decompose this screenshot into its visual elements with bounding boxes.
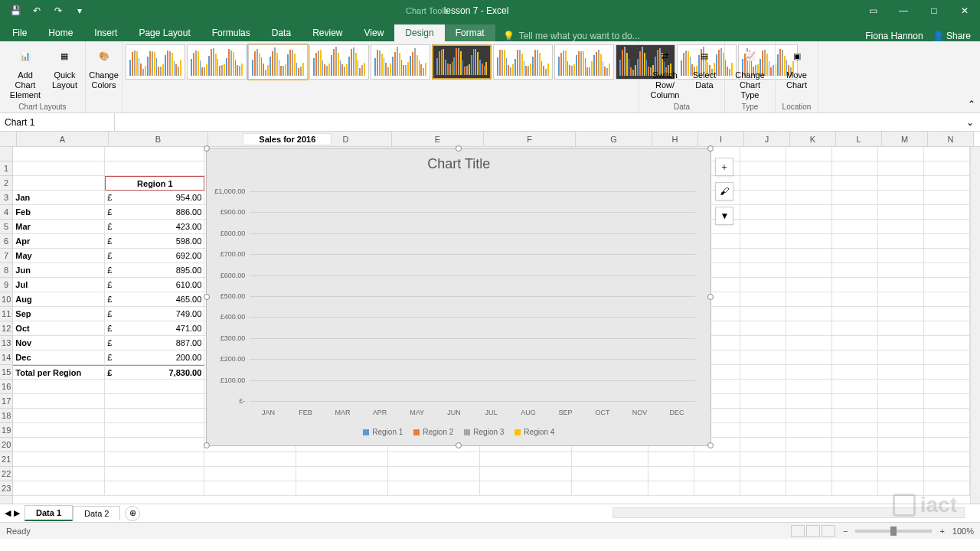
row-header-16[interactable]: 16 (0, 380, 12, 394)
tab-formulas[interactable]: Formulas (201, 24, 261, 41)
row-header-2[interactable]: 2 (0, 176, 12, 191)
select-all-corner[interactable] (0, 132, 17, 146)
view-page-break-button[interactable] (822, 525, 835, 537)
sheet-nav-prev-icon[interactable]: ◀ (5, 508, 11, 518)
chart-style-6[interactable] (432, 44, 492, 80)
row-header-1[interactable]: 1 (0, 161, 12, 176)
col-header-K[interactable]: K (790, 132, 836, 146)
undo-icon[interactable]: ↶ (28, 2, 46, 19)
chart-style-4[interactable] (309, 44, 369, 80)
user-name[interactable]: Fiona Hannon (865, 31, 923, 41)
col-header-A[interactable]: A (17, 132, 109, 146)
chart-filters-button[interactable]: ▼ (715, 207, 733, 225)
row-header-5[interactable]: 5 (0, 220, 12, 234)
close-icon[interactable]: ✕ (949, 0, 980, 21)
row-header-8[interactable]: 8 (0, 263, 12, 278)
chart-style-1[interactable] (126, 44, 185, 80)
row-header-18[interactable]: 18 (0, 409, 12, 423)
expand-formula-bar-icon[interactable]: ⌄ (960, 117, 980, 128)
tab-page-layout[interactable]: Page Layout (128, 24, 201, 41)
watermark: iact (893, 493, 957, 517)
sheet-tab-data1[interactable]: Data 1 (24, 505, 73, 521)
save-icon[interactable]: 💾 (6, 2, 24, 19)
zoom-in-button[interactable]: + (939, 527, 944, 536)
ribbon-display-icon[interactable]: ▭ (858, 0, 888, 21)
row-header-[interactable] (0, 147, 12, 161)
share-button[interactable]: 👤 Share (933, 31, 971, 41)
row-header-23[interactable]: 23 (0, 481, 12, 496)
col-header-N[interactable]: N (928, 132, 974, 146)
tab-home[interactable]: Home (38, 24, 83, 41)
maximize-icon[interactable]: □ (919, 0, 949, 21)
col-header-H[interactable]: H (652, 132, 698, 146)
row-header-21[interactable]: 21 (0, 452, 12, 467)
chart-style-2[interactable] (187, 44, 247, 80)
view-normal-button[interactable] (791, 525, 805, 537)
tab-format[interactable]: Format (445, 24, 495, 41)
col-header-L[interactable]: L (836, 132, 882, 146)
tab-view[interactable]: View (354, 24, 395, 41)
qat-dropdown-icon[interactable]: ▾ (70, 2, 89, 19)
zoom-slider[interactable] (855, 530, 932, 533)
col-header-F[interactable]: F (484, 132, 576, 146)
row-header-9[interactable]: 9 (0, 278, 12, 292)
col-header-I[interactable]: I (698, 132, 744, 146)
name-box[interactable]: Chart 1 (0, 113, 115, 131)
col-header-J[interactable]: J (744, 132, 790, 146)
row-header-17[interactable]: 17 (0, 394, 12, 409)
embedded-chart[interactable]: Chart Title £-£100.00£200.00£300.00£400.… (206, 148, 711, 446)
quick-layout-icon: ▦ (52, 44, 77, 69)
col-header-E[interactable]: E (392, 132, 484, 146)
view-page-layout-button[interactable] (806, 525, 820, 537)
tab-insert[interactable]: Insert (83, 24, 128, 41)
tab-data[interactable]: Data (261, 24, 302, 41)
chart-style-3[interactable]: Style 3 (248, 44, 308, 80)
move-chart-button[interactable]: ▣ Move Chart (780, 43, 814, 92)
cells-area[interactable]: Region 1Jan£954.00Feb£886.00Mar£423.00Ap… (13, 147, 970, 504)
quick-layout-button[interactable]: ▦ Quick Layout (47, 43, 82, 103)
sheet-tab-data2[interactable]: Data 2 (73, 506, 120, 520)
row-header-11[interactable]: 11 (0, 307, 12, 321)
row-header-12[interactable]: 12 (0, 321, 12, 336)
tab-design[interactable]: Design (394, 24, 444, 41)
row-header-3[interactable]: 3 (0, 191, 12, 205)
collapse-ribbon-icon[interactable]: ⌃ (968, 99, 975, 109)
change-chart-type-button[interactable]: 📈 Change Chart Type (728, 43, 772, 103)
add-sheet-button[interactable]: ⊕ (125, 506, 140, 521)
tab-review[interactable]: Review (302, 24, 353, 41)
chart-legend[interactable]: Region 1Region 2Region 3Region 4 (207, 428, 710, 436)
sheet-nav-next-icon[interactable]: ▶ (14, 508, 20, 518)
zoom-level[interactable]: 100% (952, 527, 974, 536)
chart-plot-area[interactable] (250, 191, 695, 401)
chart-elements-button[interactable]: ＋ (715, 158, 733, 176)
col-header-B[interactable]: B (109, 132, 208, 146)
redo-icon[interactable]: ↷ (49, 2, 67, 19)
chart-title[interactable]: Chart Title (207, 148, 710, 175)
row-header-10[interactable]: 10 (0, 292, 12, 307)
row-header-19[interactable]: 19 (0, 423, 12, 438)
row-header-7[interactable]: 7 (0, 249, 12, 263)
zoom-out-button[interactable]: − (843, 527, 848, 536)
change-colors-button[interactable]: 🎨 Change Colors (84, 43, 123, 92)
chart-style-5[interactable] (371, 44, 430, 80)
switch-row-column-button[interactable]: ⇄ Switch Row/ Column (642, 43, 688, 103)
worksheet-grid: 1234567891011121314151617181920212223 Re… (0, 147, 980, 504)
select-data-button[interactable]: ▤ Select Data (688, 43, 721, 103)
chart-style-8[interactable] (554, 44, 614, 80)
row-header-22[interactable]: 22 (0, 467, 12, 481)
row-header-13[interactable]: 13 (0, 336, 12, 350)
chart-styles-button[interactable]: 🖌 (715, 182, 733, 201)
col-header-M[interactable]: M (882, 132, 928, 146)
row-header-15[interactable]: 15 (0, 365, 12, 380)
row-header-20[interactable]: 20 (0, 438, 12, 452)
col-header-G[interactable]: G (576, 132, 652, 146)
row-header-6[interactable]: 6 (0, 234, 12, 249)
vertical-scrollbar[interactable] (970, 147, 980, 504)
add-chart-element-button[interactable]: 📊 Add Chart Element (3, 43, 47, 103)
row-header-14[interactable]: 14 (0, 350, 12, 365)
row-header-4[interactable]: 4 (0, 205, 12, 220)
tell-me-search[interactable]: 💡 Tell me what you want to do... (495, 31, 866, 41)
chart-style-7[interactable] (493, 44, 553, 80)
tab-file[interactable]: File (2, 24, 38, 41)
minimize-icon[interactable]: — (888, 0, 919, 21)
